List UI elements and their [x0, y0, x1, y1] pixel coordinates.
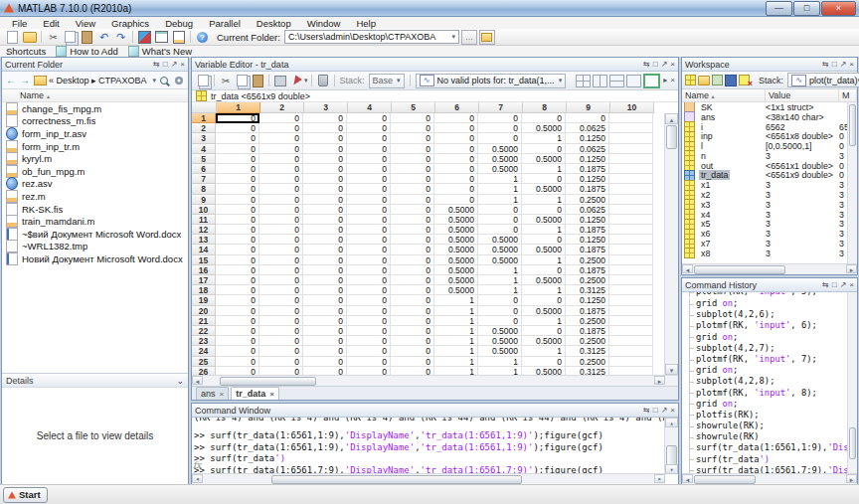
plot-selector[interactable]: ∿ No valid plots for: tr_data(1,... ▾: [416, 74, 567, 88]
column-header-9[interactable]: 9: [567, 102, 610, 113]
grid-cell[interactable]: 1: [522, 346, 566, 356]
breadcrumb-dropdown-icon[interactable]: ▾: [152, 77, 156, 84]
grid-cell[interactable]: 0: [259, 275, 303, 285]
grid-cell[interactable]: 0: [303, 306, 347, 316]
row-header-7[interactable]: 7: [192, 174, 216, 184]
grid-cell[interactable]: 0.5000: [434, 225, 478, 235]
grid-cell[interactable]: 0: [259, 225, 303, 235]
copy-icon[interactable]: [235, 75, 249, 87]
row-header-12[interactable]: 12: [192, 225, 216, 235]
history-item[interactable]: showrule(RK);: [689, 420, 847, 431]
grid-cell[interactable]: 1: [434, 346, 478, 356]
grid-cell[interactable]: 0: [259, 336, 303, 346]
grid-cell[interactable]: 0.5000: [478, 144, 522, 154]
maximize-panel-icon[interactable]: □: [653, 61, 658, 69]
row-header-3[interactable]: 3: [192, 133, 216, 143]
grid-cell[interactable]: 1: [522, 285, 566, 295]
grid-cell[interactable]: 0: [303, 235, 347, 245]
workspace-column-headers[interactable]: Name ▴ Value M: [682, 89, 857, 102]
browse-folder-button[interactable]: …: [461, 30, 477, 45]
grid-cell[interactable]: 0: [259, 123, 303, 133]
save-workspace-icon[interactable]: [725, 75, 737, 86]
grid-cell[interactable]: 0: [434, 154, 478, 164]
editor-icon[interactable]: [171, 31, 186, 44]
grid-cell[interactable]: [609, 346, 653, 356]
dock-icon[interactable]: ⇆: [153, 61, 160, 69]
grid-cell[interactable]: 0.5000: [478, 326, 522, 336]
grid-cell[interactable]: 0: [259, 316, 303, 326]
grid-cell[interactable]: 0.5000: [522, 245, 566, 254]
grid-cell[interactable]: 0.2500: [566, 275, 609, 285]
history-item[interactable]: subplot(4,2,8);: [689, 376, 847, 387]
print-icon[interactable]: [273, 75, 287, 87]
history-item[interactable]: showrule(RK): [689, 431, 847, 442]
grid-cell[interactable]: 1: [478, 174, 522, 184]
grid-cell[interactable]: 0: [347, 316, 391, 326]
grid-cell[interactable]: 0.2500: [566, 357, 609, 367]
grid-cell[interactable]: 0: [347, 295, 391, 305]
row-header-5[interactable]: 5: [192, 154, 216, 164]
grid-cell[interactable]: [609, 205, 653, 215]
maximize-panel-icon[interactable]: □: [832, 61, 837, 69]
grid-cell[interactable]: 0: [303, 164, 347, 174]
row-header-20[interactable]: 20: [192, 306, 216, 316]
grid-cell[interactable]: 0: [303, 245, 347, 254]
column-header-6[interactable]: 6: [435, 102, 479, 113]
grid-cell[interactable]: [609, 154, 653, 164]
row-header-19[interactable]: 19: [192, 295, 216, 305]
grid-corner[interactable]: [192, 102, 217, 113]
grid-cell[interactable]: 0: [347, 154, 391, 164]
grid-cell[interactable]: 0: [391, 154, 434, 164]
undock-icon[interactable]: ↗: [171, 61, 178, 69]
paste-icon[interactable]: [80, 31, 94, 44]
grid-cell[interactable]: 0: [216, 164, 259, 174]
grid-cell[interactable]: 0: [391, 336, 434, 346]
grid-cell[interactable]: 0.5000: [522, 336, 566, 346]
grid-cell[interactable]: 0: [216, 357, 259, 367]
file-item[interactable]: Новий Документ Microsoft Word.docx: [2, 252, 188, 265]
grid-cell[interactable]: 0: [303, 346, 347, 356]
grid-cell[interactable]: 0.5000: [434, 255, 478, 265]
grid-cell[interactable]: 0.5000: [522, 215, 566, 225]
menu-parallel[interactable]: Parallel: [201, 18, 249, 29]
column-header-5[interactable]: 5: [392, 102, 435, 113]
grid-cell[interactable]: 0: [303, 113, 347, 123]
grid-cell[interactable]: 0: [391, 295, 434, 305]
grid-cell[interactable]: [609, 275, 653, 285]
grid-cell[interactable]: 0: [478, 225, 522, 235]
grid-cell[interactable]: 0.5000: [434, 285, 478, 295]
grid-cell[interactable]: [609, 306, 653, 316]
grid-cell[interactable]: 0: [216, 367, 259, 375]
file-item[interactable]: change_fis_mpg.m: [2, 102, 188, 115]
file-list-header[interactable]: Name ▴: [2, 89, 188, 102]
grid-cell[interactable]: 1: [478, 265, 522, 275]
undock-icon[interactable]: ↗: [661, 61, 668, 69]
grid-cell[interactable]: 1: [478, 275, 522, 285]
command-history-vertical-scrollbar[interactable]: [847, 292, 857, 473]
row-header-24[interactable]: 24: [192, 346, 216, 356]
gear-icon[interactable]: [175, 77, 183, 84]
row-header-4[interactable]: 4: [192, 144, 216, 154]
grid-cell[interactable]: 0: [216, 144, 259, 154]
grid-horizontal-scrollbar[interactable]: ◂ ▸: [192, 375, 678, 386]
grid-cell[interactable]: 0.1875: [566, 306, 609, 316]
grid-cell[interactable]: 0: [347, 255, 391, 265]
menu-window[interactable]: Window: [299, 18, 349, 29]
grid-cell[interactable]: 0: [347, 195, 391, 205]
grid-cell[interactable]: 0: [259, 295, 303, 305]
undo-icon[interactable]: ↶: [96, 31, 111, 44]
grid-cell[interactable]: 0: [303, 326, 347, 336]
grid-cell[interactable]: 1: [434, 357, 478, 367]
grid-cell[interactable]: 0: [522, 326, 566, 336]
grid-cell[interactable]: 0: [347, 184, 391, 194]
grid-cell[interactable]: 0: [303, 357, 347, 367]
command-window-horizontal-scrollbar[interactable]: ◂ ▸: [192, 473, 665, 484]
close-panel-icon[interactable]: ×: [670, 61, 675, 69]
grid-cell[interactable]: 0: [259, 113, 303, 123]
grid-cell[interactable]: [609, 113, 653, 123]
import-data-icon[interactable]: [712, 75, 723, 86]
grid-cell[interactable]: 0: [259, 144, 303, 154]
grid-cell[interactable]: 0: [391, 285, 434, 295]
undock-icon[interactable]: ↗: [840, 281, 847, 289]
copy-icon[interactable]: [63, 31, 78, 44]
